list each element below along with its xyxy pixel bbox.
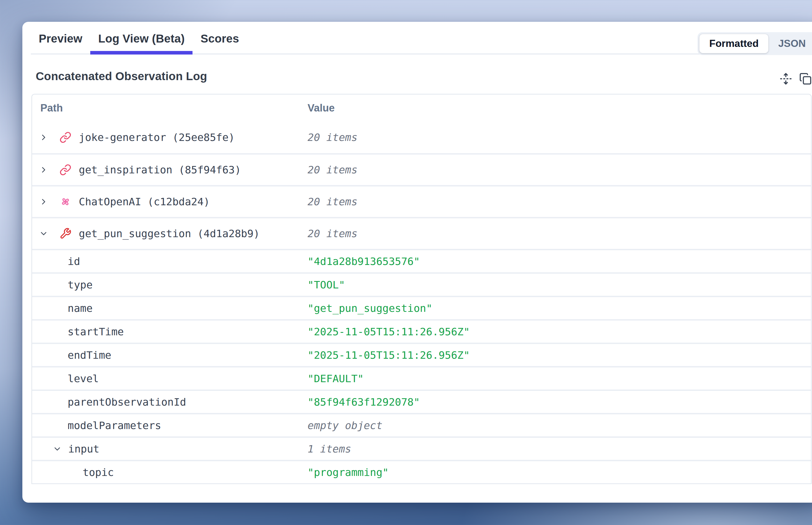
view-mode-toggle: Formatted JSON xyxy=(697,32,812,55)
log-row[interactable]: ChatOpenAI (c12bda24)20 items xyxy=(32,185,811,217)
tab-scores[interactable]: Scores xyxy=(192,24,247,54)
log-row[interactable]: startTime"2025-11-05T15:11:26.956Z" xyxy=(32,319,811,343)
trace-detail-panel: Preview Log View (Beta) Scores Formatted… xyxy=(23,22,812,502)
path-label: type xyxy=(68,279,93,291)
value-text: 20 items xyxy=(308,228,811,240)
value-text: "get_pun_suggestion" xyxy=(308,302,811,314)
value-text: "2025-11-05T15:11:26.956Z" xyxy=(308,326,811,338)
path-cell: ChatOpenAI (c12bda24) xyxy=(32,196,308,208)
pinwheel-icon xyxy=(59,196,71,208)
log-row[interactable]: joke-generator (25ee85fe)20 items xyxy=(32,121,811,153)
path-label: id xyxy=(68,255,80,267)
path-cell: input xyxy=(32,443,308,455)
path-label: topic xyxy=(83,466,114,478)
path-label: level xyxy=(68,373,99,385)
copy-icon[interactable] xyxy=(799,73,812,85)
section-title: Concatenated Observation Log xyxy=(36,70,207,83)
observation-log-table: Path Value joke-generator (25ee85fe)20 i… xyxy=(31,94,812,484)
log-row[interactable]: id"4d1a28b913653576" xyxy=(32,249,811,272)
path-label: endTime xyxy=(68,349,111,361)
path-cell: modelParameters xyxy=(32,420,308,432)
tab-preview[interactable]: Preview xyxy=(31,24,90,54)
log-row[interactable]: level"DEFAULT" xyxy=(32,366,811,390)
path-cell: get_inspiration (85f94f63) xyxy=(32,164,308,176)
log-row[interactable]: endTime"2025-11-05T15:11:26.956Z" xyxy=(32,343,811,366)
log-row[interactable]: get_pun_suggestion (4d1a28b9)20 items xyxy=(32,217,811,249)
log-row[interactable]: type"TOOL" xyxy=(32,272,811,296)
unfold-vertical-icon[interactable] xyxy=(780,73,792,85)
value-text: "2025-11-05T15:11:26.956Z" xyxy=(308,349,811,361)
log-row[interactable]: name"get_pun_suggestion" xyxy=(32,296,811,319)
log-row[interactable]: parentObservationId"85f94f63f1292078" xyxy=(32,390,811,413)
chevron-right-icon[interactable] xyxy=(39,197,48,206)
json-toggle-option[interactable]: JSON xyxy=(768,34,812,53)
log-row[interactable]: input1 items xyxy=(32,436,811,460)
section-header: Concatenated Observation Log xyxy=(31,55,812,94)
path-cell: joke-generator (25ee85fe) xyxy=(32,131,308,144)
chevron-right-icon[interactable] xyxy=(39,133,48,142)
log-row[interactable]: topic"programming" xyxy=(32,460,811,483)
path-cell: id xyxy=(32,255,308,267)
log-row[interactable]: modelParametersempty object xyxy=(32,413,811,436)
path-label: input xyxy=(68,443,99,455)
chevron-right-icon[interactable] xyxy=(39,165,48,175)
path-label: name xyxy=(68,302,93,314)
value-text: "DEFAULT" xyxy=(308,373,811,385)
path-label: joke-generator (25ee85fe) xyxy=(79,131,235,144)
path-cell: parentObservationId xyxy=(32,396,308,408)
wrench-icon xyxy=(59,228,71,240)
value-text: 20 items xyxy=(308,131,811,144)
value-column-header: Value xyxy=(308,102,811,114)
value-text: "programming" xyxy=(308,466,811,478)
formatted-toggle-option[interactable]: Formatted xyxy=(699,34,768,53)
path-label: ChatOpenAI (c12bda24) xyxy=(79,196,210,208)
path-cell: level xyxy=(32,373,308,385)
path-label: get_inspiration (85f94f63) xyxy=(79,164,241,176)
path-cell: topic xyxy=(32,466,308,478)
path-label: parentObservationId xyxy=(68,396,186,408)
path-label: modelParameters xyxy=(68,420,161,432)
path-label: startTime xyxy=(68,326,124,338)
tabs-bar: Preview Log View (Beta) Scores xyxy=(31,22,812,55)
value-text: "85f94f63f1292078" xyxy=(308,396,811,408)
chevron-down-icon[interactable] xyxy=(39,229,48,238)
value-text: empty object xyxy=(308,420,811,432)
chevron-down-icon[interactable] xyxy=(53,444,62,454)
value-text: "4d1a28b913653576" xyxy=(308,255,811,267)
link-icon xyxy=(59,131,71,144)
log-row[interactable]: get_inspiration (85f94f63)20 items xyxy=(32,153,811,185)
path-cell: startTime xyxy=(32,326,308,338)
link-icon xyxy=(59,164,71,176)
tab-log-view[interactable]: Log View (Beta) xyxy=(90,24,192,54)
path-cell: name xyxy=(32,302,308,314)
value-text: 20 items xyxy=(308,164,811,176)
value-text: 20 items xyxy=(308,196,811,208)
value-text: "TOOL" xyxy=(308,279,811,291)
path-cell: type xyxy=(32,279,308,291)
table-header-row: Path Value xyxy=(32,94,811,121)
path-cell: get_pun_suggestion (4d1a28b9) xyxy=(32,228,308,240)
path-label: get_pun_suggestion (4d1a28b9) xyxy=(79,228,260,240)
value-text: 1 items xyxy=(308,443,811,455)
path-column-header: Path xyxy=(32,102,308,114)
path-cell: endTime xyxy=(32,349,308,361)
